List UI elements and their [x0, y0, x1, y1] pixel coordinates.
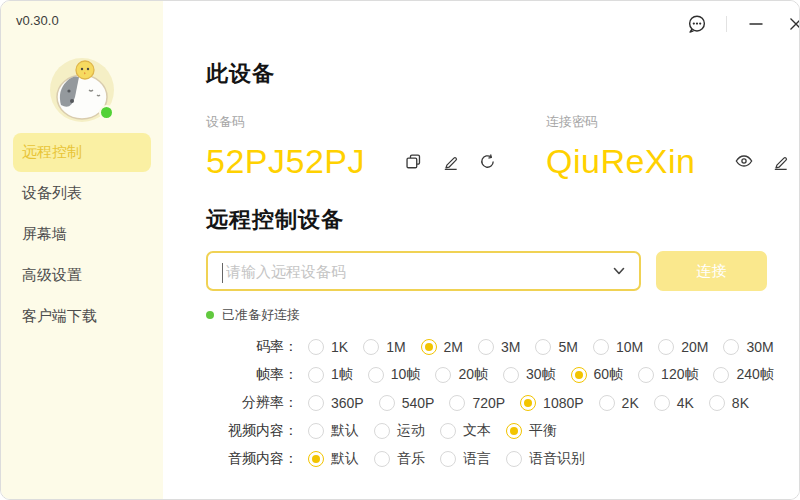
radio-dot: [597, 343, 605, 351]
radio-icon: [308, 423, 324, 439]
settings-row: 码率：1K1M2M3M5M10M20M30M: [206, 333, 791, 361]
radio-option-2M[interactable]: 2M: [421, 339, 463, 355]
radio-icon: [421, 339, 437, 355]
radio-option-360P[interactable]: 360P: [308, 395, 364, 411]
avatar[interactable]: [49, 57, 115, 123]
radio-dot: [662, 343, 670, 351]
radio-option-1080P[interactable]: 1080P: [520, 395, 583, 411]
radio-option-720P[interactable]: 720P: [449, 395, 505, 411]
close-button[interactable]: [785, 13, 800, 35]
titlebar-divider: [726, 16, 727, 32]
radio-option-8K[interactable]: 8K: [709, 395, 749, 411]
radio-option-20帧[interactable]: 20帧: [435, 366, 488, 384]
sidebar-item-4[interactable]: 客户端下载: [13, 297, 151, 336]
radio-option-1K[interactable]: 1K: [308, 339, 348, 355]
settings-row-label: 码率：: [206, 338, 298, 356]
settings-row: 音频内容：默认音乐语言语音识别: [206, 445, 791, 473]
radio-option-label: 1M: [386, 339, 405, 355]
radio-option-label: 3M: [501, 339, 520, 355]
radio-option-运动[interactable]: 运动: [374, 422, 425, 440]
radio-option-label: 8K: [732, 395, 749, 411]
radio-option-4K[interactable]: 4K: [654, 395, 694, 411]
connect-row: 连接: [206, 251, 791, 291]
close-icon: [786, 14, 800, 34]
radio-option-文本[interactable]: 文本: [440, 422, 491, 440]
radio-option-平衡[interactable]: 平衡: [506, 422, 557, 440]
radio-option-label: 240帧: [736, 366, 773, 384]
connect-button[interactable]: 连接: [656, 251, 767, 291]
radio-icon: [599, 395, 615, 411]
radio-icon: [571, 367, 587, 383]
sidebar-item-1[interactable]: 设备列表: [13, 174, 151, 213]
radio-option-label: 60帧: [594, 366, 624, 384]
radio-option-语音识别[interactable]: 语音识别: [506, 450, 585, 468]
show-password-button[interactable]: [734, 151, 754, 171]
radio-icon: [654, 395, 670, 411]
refresh-device-code-button[interactable]: [477, 151, 497, 171]
status-text: 已准备好连接: [222, 306, 300, 324]
password-value: QiuReXin: [546, 139, 696, 183]
radio-icon: [374, 451, 390, 467]
radio-option-label: 2M: [444, 339, 463, 355]
sidebar-item-2[interactable]: 屏幕墙: [13, 215, 151, 254]
radio-dot: [524, 399, 532, 407]
device-code-label: 设备码: [206, 113, 546, 131]
radio-option-540P[interactable]: 540P: [379, 395, 435, 411]
radio-option-label: 20帧: [458, 366, 488, 384]
radio-option-30M[interactable]: 30M: [723, 339, 773, 355]
radio-icon: [723, 339, 739, 355]
sidebar-item-0[interactable]: 远程控制: [13, 133, 151, 172]
radio-option-5M[interactable]: 5M: [535, 339, 577, 355]
password-block: 连接密码 QiuReXin: [546, 113, 791, 183]
radio-dot: [658, 399, 666, 407]
radio-option-默认[interactable]: 默认: [308, 450, 359, 468]
radio-option-20M[interactable]: 20M: [658, 339, 708, 355]
radio-dot: [312, 399, 320, 407]
radio-option-默认[interactable]: 默认: [308, 422, 359, 440]
recent-devices-dropdown-button[interactable]: [611, 263, 627, 279]
edit-device-code-button[interactable]: [440, 151, 460, 171]
settings-row-label: 视频内容：: [206, 422, 298, 440]
radio-option-60帧[interactable]: 60帧: [571, 366, 624, 384]
radio-option-1M[interactable]: 1M: [363, 339, 405, 355]
radio-option-label: 10帧: [391, 366, 421, 384]
radio-option-label: 默认: [331, 422, 359, 440]
radio-option-语言[interactable]: 语言: [440, 450, 491, 468]
radio-dot: [507, 371, 515, 379]
radio-option-120帧[interactable]: 120帧: [638, 366, 698, 384]
radio-dot: [383, 399, 391, 407]
copy-device-code-button[interactable]: [403, 151, 423, 171]
radio-option-3M[interactable]: 3M: [478, 339, 520, 355]
status-green-dot: [206, 311, 214, 319]
radio-dot: [717, 371, 725, 379]
remote-control-title: 远程控制设备: [206, 205, 791, 235]
connection-status: 已准备好连接: [206, 306, 791, 324]
remote-code-input-box: [206, 251, 641, 291]
edit-password-button[interactable]: [771, 151, 791, 171]
feedback-chat-button[interactable]: [686, 13, 708, 35]
radio-option-音乐[interactable]: 音乐: [374, 450, 425, 468]
radio-dot: [510, 427, 518, 435]
radio-option-label: 20M: [681, 339, 708, 355]
radio-option-10M[interactable]: 10M: [593, 339, 643, 355]
radio-icon: [593, 339, 609, 355]
remote-code-input[interactable]: [208, 253, 639, 289]
radio-icon: [713, 367, 729, 383]
radio-icon: [506, 451, 522, 467]
sidebar-item-3[interactable]: 高级设置: [13, 256, 151, 295]
radio-option-10帧[interactable]: 10帧: [368, 366, 421, 384]
chat-bubble-icon: [686, 13, 708, 35]
radio-option-240帧[interactable]: 240帧: [713, 366, 773, 384]
radio-icon: [368, 367, 384, 383]
radio-option-1帧[interactable]: 1帧: [308, 366, 353, 384]
radio-option-label: 1K: [331, 339, 348, 355]
radio-option-label: 30M: [746, 339, 773, 355]
radio-icon: [379, 395, 395, 411]
radio-option-label: 30帧: [526, 366, 556, 384]
radio-icon: [478, 339, 494, 355]
minimize-button[interactable]: [745, 13, 767, 35]
radio-icon: [535, 339, 551, 355]
radio-option-30帧[interactable]: 30帧: [503, 366, 556, 384]
radio-icon: [308, 339, 324, 355]
radio-option-2K[interactable]: 2K: [599, 395, 639, 411]
